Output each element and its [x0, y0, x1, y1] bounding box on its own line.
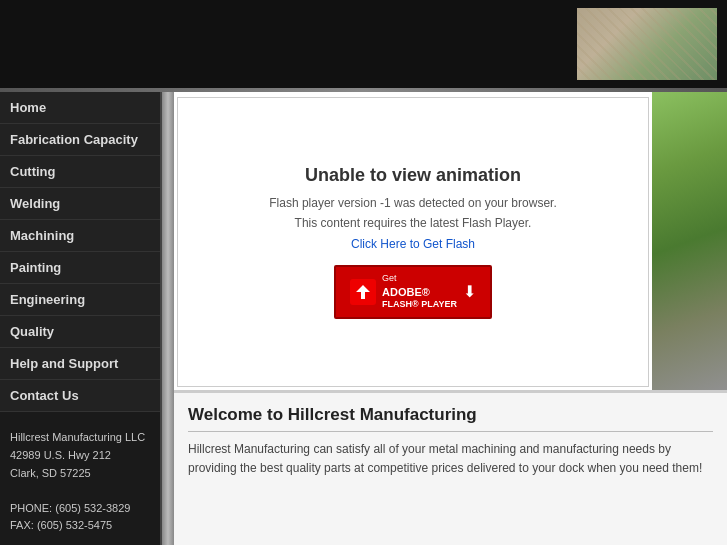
fax-info: FAX: (605) 532-5475 [10, 517, 150, 535]
phone-info: PHONE: (605) 532-3829 [10, 500, 150, 518]
svg-marker-0 [356, 285, 370, 299]
sidebar-item-painting[interactable]: Painting [0, 252, 160, 284]
content-area: Unable to view animation Flash player ve… [174, 92, 727, 545]
download-icon: ⬇ [463, 282, 476, 301]
sidebar-item-quality[interactable]: Quality [0, 316, 160, 348]
phone-number: (605) 532-3829 [55, 502, 130, 514]
welcome-section: Welcome to Hillcrest Manufacturing Hillc… [174, 390, 727, 545]
city-state: Clark, SD 57225 [10, 465, 150, 483]
flash-title: Unable to view animation [269, 165, 556, 186]
welcome-divider [188, 431, 713, 432]
fax-label: FAX: [10, 519, 34, 531]
flash-message: Unable to view animation Flash player ve… [269, 165, 556, 318]
flash-desc-line2: This content requires the latest Flash P… [269, 214, 556, 233]
street-address: 42989 U.S. Hwy 212 [10, 447, 150, 465]
main-layout: Home Fabrication Capacity Cutting Weldin… [0, 92, 727, 545]
sidebar: Home Fabrication Capacity Cutting Weldin… [0, 92, 162, 545]
sidebar-item-welding[interactable]: Welding [0, 188, 160, 220]
top-bar [0, 0, 727, 88]
flash-button-label: Get ADOBE® FLASH® PLAYER [382, 273, 457, 311]
fax-number: (605) 532-5475 [37, 519, 112, 531]
sidebar-item-cutting[interactable]: Cutting [0, 156, 160, 188]
phone-label: PHONE: [10, 502, 52, 514]
flash-icon [350, 279, 376, 305]
flash-get-link[interactable]: Click Here to Get Flash [269, 237, 556, 251]
flash-container: Unable to view animation Flash player ve… [177, 97, 649, 387]
right-side-image [652, 92, 727, 390]
welcome-title: Welcome to Hillcrest Manufacturing [188, 405, 713, 425]
sidebar-address: Hillcrest Manufacturing LLC 42989 U.S. H… [0, 419, 160, 545]
company-name: Hillcrest Manufacturing LLC [10, 429, 150, 447]
get-flash-button[interactable]: Get ADOBE® FLASH® PLAYER ⬇ [334, 265, 492, 319]
flash-button-inner: Get ADOBE® FLASH® PLAYER ⬇ [350, 273, 476, 311]
sidebar-item-engineering[interactable]: Engineering [0, 284, 160, 316]
column-separator [162, 92, 174, 545]
sidebar-item-contact-us[interactable]: Contact Us [0, 380, 160, 412]
sidebar-item-machining[interactable]: Machining [0, 220, 160, 252]
top-banner-image [577, 8, 717, 80]
welcome-body: Hillcrest Manufacturing can satisfy all … [188, 440, 713, 478]
flash-desc-line1: Flash player version -1 was detected on … [269, 194, 556, 213]
sidebar-item-help-support[interactable]: Help and Support [0, 348, 160, 380]
sidebar-item-home[interactable]: Home [0, 92, 160, 124]
sidebar-item-fabrication-capacity[interactable]: Fabrication Capacity [0, 124, 160, 156]
